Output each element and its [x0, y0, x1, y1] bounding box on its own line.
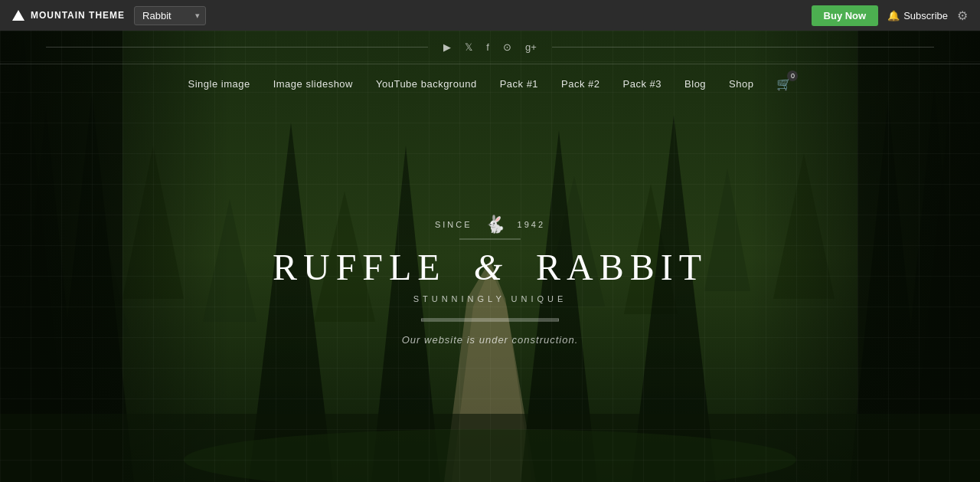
brand-ampersand: & — [474, 246, 524, 287]
rabbit-icon: 🐇 — [485, 214, 505, 234]
dribbble-icon[interactable]: ⊙ — [503, 41, 511, 53]
buy-now-button[interactable]: Buy Now — [812, 5, 879, 26]
main-nav: Single image Image slideshow YouTube bac… — [0, 64, 980, 103]
facebook-icon[interactable]: f — [486, 41, 489, 53]
youtube-icon[interactable]: ▶ — [443, 41, 451, 53]
hero-content: SINCE 🐇 1942 RUFFLE & RABBIT STUNNINGLY … — [273, 214, 707, 345]
nav-item-image-slideshow[interactable]: Image slideshow — [273, 75, 353, 93]
brand-name: RUFFLE & RABBIT — [273, 245, 707, 287]
hero-section: ▶ 𝕏 f ⊙ g+ Single image Image slideshow … — [0, 31, 980, 482]
brand-name-left: RUFFLE — [273, 246, 446, 287]
social-icons: ▶ 𝕏 f ⊙ g+ — [443, 41, 536, 53]
social-line-left — [46, 47, 428, 48]
theme-selector-wrapper[interactable]: Rabbit Mountain Forest — [134, 6, 206, 25]
subscribe-button[interactable]: 🔔 Subscribe — [887, 10, 948, 21]
bell-icon: 🔔 — [887, 10, 900, 21]
under-construction-text: Our website is under construction. — [273, 333, 707, 345]
admin-bar-right: Buy Now 🔔 Subscribe ⚙ — [812, 5, 968, 26]
hero-background: ▶ 𝕏 f ⊙ g+ Single image Image slideshow … — [0, 31, 980, 482]
brand-subtitle: STUNNINGLY UNIQUE — [273, 293, 707, 303]
subscribe-label: Subscribe — [903, 10, 948, 21]
divider-line-top — [459, 238, 521, 239]
social-bar: ▶ 𝕏 f ⊙ g+ — [0, 31, 980, 64]
logo-text: MOUNTAIN THEME — [31, 10, 125, 21]
nav-item-shop[interactable]: Shop — [729, 75, 753, 93]
admin-bar: MOUNTAIN THEME Rabbit Mountain Forest Bu… — [0, 0, 980, 31]
progress-bar — [421, 318, 559, 321]
admin-user-icon[interactable]: ⚙ — [957, 8, 968, 23]
admin-bar-left: MOUNTAIN THEME Rabbit Mountain Forest — [12, 6, 206, 25]
social-line-right — [552, 47, 934, 48]
logo-area: MOUNTAIN THEME — [12, 10, 125, 21]
year-text: 1942 — [518, 219, 545, 228]
nav-item-pack-2[interactable]: Pack #2 — [561, 75, 599, 93]
theme-selector[interactable]: Rabbit Mountain Forest — [134, 6, 206, 25]
site-nav: ▶ 𝕏 f ⊙ g+ Single image Image slideshow … — [0, 31, 980, 103]
cart-badge: 0 — [787, 70, 798, 81]
googleplus-icon[interactable]: g+ — [525, 41, 537, 53]
nav-item-pack-1[interactable]: Pack #1 — [500, 75, 538, 93]
brand-name-right: RABBIT — [536, 246, 707, 287]
nav-item-pack-3[interactable]: Pack #3 — [623, 75, 662, 93]
nav-item-youtube-background[interactable]: YouTube background — [376, 75, 477, 93]
since-text: SINCE — [435, 219, 472, 228]
cart-icon-wrapper[interactable]: 🛒 0 — [776, 77, 792, 91]
nav-item-blog[interactable]: Blog — [684, 75, 706, 93]
twitter-icon[interactable]: 𝕏 — [465, 41, 472, 53]
brand-tagline-top: SINCE 🐇 1942 — [273, 214, 707, 234]
nav-item-single-image[interactable]: Single image — [188, 75, 250, 93]
logo-triangle-icon — [12, 10, 24, 21]
